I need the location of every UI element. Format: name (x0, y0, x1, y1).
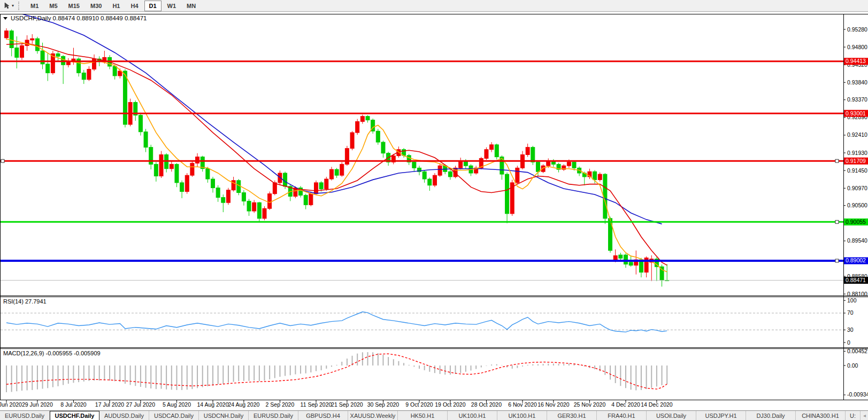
symbol-tab-usoil-daily[interactable]: USOil.Daily (647, 411, 696, 420)
trading-terminal: ▾ M1M5M15M30H1H4D1W1MN 0.952800.948000.9… (0, 0, 868, 420)
symbol-tab-bar: EURUSD.DailyUSDCHF.DailyAUDUSD.DailyUSDC… (0, 410, 868, 420)
rsi-axis-label: 0 (847, 339, 850, 346)
price-axis-label: 0.88100 (847, 291, 867, 297)
timeframe-button-m30[interactable]: M30 (86, 1, 106, 11)
macd-label: MACD(12,26,9) -0.005955 -0.005909 (3, 350, 101, 356)
symbol-tab-hk50-h1[interactable]: HK50.H1 (398, 411, 448, 420)
symbol-tab-eurusd-daily[interactable]: EURUSD.Daily (249, 411, 298, 420)
symbol-tab-ger30-h1[interactable]: GER30.H1 (547, 411, 597, 420)
price-badge: 0.91709 (846, 158, 866, 164)
price-axis-label: 0.92410 (847, 131, 867, 138)
symbol-tab-xauusd-weekly[interactable]: XAUUSD.Weekly (348, 411, 398, 420)
usdchf-daily-chart[interactable]: 0.952800.948000.943200.938400.933700.928… (0, 14, 868, 410)
rsi-axis-label: 30 (847, 326, 854, 333)
price-badge: 0.94413 (846, 58, 866, 64)
date-axis-label: 2 Sep 2020 (266, 401, 295, 408)
symbol-tab-uk100-h1[interactable]: UK100.H1 (448, 411, 497, 420)
tab-scroll-arrows: ◂▸ (861, 411, 868, 420)
date-axis-label: 4 Dec 2020 (611, 401, 640, 408)
price-axis-label: 0.95280 (847, 26, 867, 33)
date-axis-label: 14 Aug 2020 (197, 401, 229, 408)
symbol-tab-u-[interactable]: U: (846, 411, 861, 420)
date-axis-label: 6 Nov 2020 (508, 401, 537, 408)
symbol-tab-gbpusd-h4[interactable]: GBPUSD.H4 (298, 411, 348, 420)
date-axis-label: 28 Oct 2020 (471, 401, 502, 408)
date-axis-label: 19 Oct 2020 (435, 401, 465, 408)
macd-axis-label: -0.009348 (847, 391, 868, 398)
price-badge: 0.89002 (846, 257, 866, 263)
symbol-tab-usdcnh-daily[interactable]: USDCNH.Daily (199, 411, 249, 420)
timeframe-button-m5[interactable]: M5 (44, 1, 62, 11)
symbol-tab-usdjpy-h1[interactable]: USDJPY.H1 (696, 411, 746, 420)
date-axis-label: 9 Oct 2020 (405, 401, 433, 408)
price-axis-label: 0.91930 (847, 150, 867, 156)
symbol-tab-fra40-h1[interactable]: FRA40.H1 (597, 411, 647, 420)
price-axis-label: 0.91450 (847, 167, 867, 174)
symbol-tab-uk100-h1[interactable]: UK100.H1 (497, 411, 547, 420)
rsi-axis-label: 100 (847, 297, 857, 304)
date-axis-label: 5 Aug 2020 (163, 401, 191, 408)
symbol-tab-usdchf-daily[interactable]: USDCHF.Daily (50, 411, 99, 420)
timeframe-buttons: M1M5M15M30H1H4D1W1MN (25, 1, 201, 11)
date-axis-label: 24 Aug 2020 (228, 401, 259, 408)
price-badge: 0.90055 (846, 219, 866, 225)
timeframe-button-h1[interactable]: H1 (107, 1, 125, 11)
price-badge: 0.88471 (846, 277, 866, 283)
timeframe-button-d1[interactable]: D1 (144, 1, 162, 11)
price-axis-label: 0.90500 (847, 202, 867, 208)
rsi-axis-label: 70 (847, 309, 854, 316)
date-axis-label: 14 Dec 2020 (641, 401, 673, 408)
date-axis-label: 29 Jun 2020 (22, 401, 53, 408)
symbol-tab-china300-h1[interactable]: CHINA300.H1 (796, 411, 846, 420)
price-badge: 0.93001 (846, 110, 866, 116)
macd-axis-label: 0.00 (847, 362, 858, 369)
cursor-tool-icon[interactable]: ▾ (0, 2, 16, 10)
date-axis-label: 8 Jul 2020 (60, 401, 87, 408)
price-axis-label: 0.90970 (847, 185, 867, 191)
tab-scroll-left-icon[interactable]: ◂ (861, 413, 868, 418)
rsi-label: RSI(14) 27.7941 (3, 298, 47, 305)
date-axis-label: 25 Nov 2020 (574, 401, 606, 408)
macd-axis-label: 0.004527 (847, 348, 868, 354)
date-axis-label: 30 Sep 2020 (367, 401, 400, 408)
toolbar-separator (18, 2, 22, 10)
timeframe-button-w1[interactable]: W1 (163, 1, 181, 11)
symbol-tab-eurusd-daily[interactable]: EURUSD.Daily (0, 411, 50, 420)
date-axis-label: 11 Sep 2020 (301, 401, 332, 408)
date-axis-label: 27 Jul 2020 (126, 401, 155, 408)
price-axis-label: 0.94800 (847, 44, 867, 50)
date-axis-label: 17 Jul 2020 (95, 401, 124, 408)
price-axis-label: 0.89540 (847, 237, 867, 244)
symbol-tab-usdcad-daily[interactable]: USDCAD.Daily (149, 411, 199, 420)
date-axis-label: 21 Sep 2020 (331, 401, 363, 408)
symbol-tab-dj30-daily[interactable]: DJ30.Daily (746, 411, 796, 420)
timeframe-button-h4[interactable]: H4 (126, 1, 143, 11)
timeframe-button-m15[interactable]: M15 (64, 1, 85, 11)
chevron-down-icon: ▾ (12, 3, 14, 8)
price-axis-label: 0.93840 (847, 79, 867, 85)
chart-canvas[interactable]: 0.952800.948000.943200.938400.933700.928… (0, 14, 868, 410)
cursor-icon (3, 2, 11, 10)
timeframe-toolbar: ▾ M1M5M15M30H1H4D1W1MN (0, 0, 868, 12)
date-axis-label: 19 Jun 2020 (0, 401, 22, 408)
date-axis-label: 16 Nov 2020 (537, 401, 570, 408)
timeframe-button-mn[interactable]: MN (182, 1, 201, 11)
timeframe-button-m1[interactable]: M1 (26, 1, 43, 11)
price-axis-label: 0.93370 (847, 96, 867, 103)
symbol-tab-audusd-daily[interactable]: AUDUSD.Daily (99, 411, 149, 420)
chart-title: USDCHF,Daily 0.88474 0.88910 0.88449 0.8… (11, 15, 147, 21)
